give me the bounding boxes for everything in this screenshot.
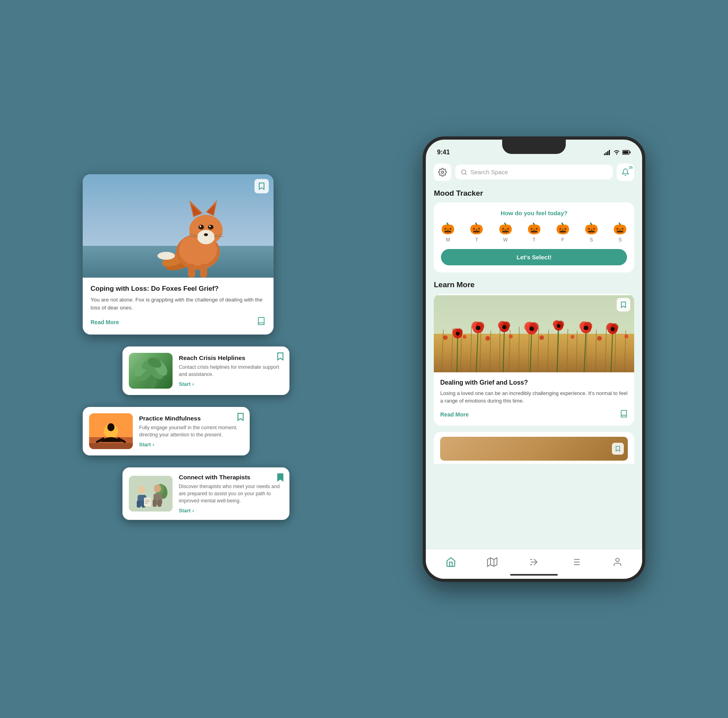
crisis-img xyxy=(129,353,173,389)
svg-point-45 xyxy=(154,485,161,492)
svg-point-118 xyxy=(611,327,615,331)
svg-point-88 xyxy=(456,332,460,336)
poppy-field-art xyxy=(434,294,634,374)
svg-marker-127 xyxy=(488,558,497,566)
fox-card-book-icon xyxy=(257,317,266,327)
svg-point-120 xyxy=(463,335,467,339)
day-label-sat: S xyxy=(590,237,593,243)
grief-article-card: Dealing with Grief and Loss? Losing a lo… xyxy=(434,294,634,426)
mindfulness-card-bookmark[interactable] xyxy=(237,413,244,423)
svg-rect-58 xyxy=(630,151,631,153)
svg-rect-47 xyxy=(153,500,157,507)
therapist-card-start[interactable]: Start › xyxy=(179,508,283,514)
mindfulness-card-title: Practice Mindfulness xyxy=(139,415,243,422)
search-input[interactable]: Search Space xyxy=(455,165,613,179)
svg-point-103 xyxy=(530,326,534,331)
svg-rect-59 xyxy=(623,151,629,154)
mood-day-mon: 🎃 M xyxy=(441,222,455,243)
lets-select-button[interactable]: Let's Select! xyxy=(441,249,627,265)
crisis-card: Reach Crisis Helplines Contact crisis he… xyxy=(122,346,289,395)
partial-card-bookmark[interactable] xyxy=(612,443,624,455)
nav-magic[interactable] xyxy=(522,554,546,570)
partial-card xyxy=(434,432,634,464)
grief-card-image xyxy=(434,294,634,374)
crisis-card-desc: Contact crisis helplines for immediate s… xyxy=(179,364,283,378)
svg-rect-56 xyxy=(609,150,610,155)
day-label-sun: S xyxy=(619,237,622,243)
svg-rect-37 xyxy=(89,443,133,449)
profile-icon xyxy=(612,557,623,567)
pumpkin-thu: 🎃 xyxy=(527,222,541,235)
day-label-fri: F xyxy=(561,237,564,243)
settings-button[interactable] xyxy=(434,163,451,181)
grief-card-content: Dealing with Grief and Loss? Losing a lo… xyxy=(434,374,634,426)
pumpkin-wed: 🎃 xyxy=(499,222,513,235)
nav-home[interactable] xyxy=(439,554,462,570)
mood-days: 🎃 M 🎃 T 🎃 W 🎃 T xyxy=(441,222,627,243)
mood-day-wed: 🎃 W xyxy=(499,222,513,243)
grief-card-book-icon xyxy=(620,410,628,419)
mood-tracker-card: How do you feel today? 🎃 M 🎃 T 🎃 W xyxy=(434,202,634,272)
fox-card-image xyxy=(83,174,274,278)
svg-point-15 xyxy=(198,225,204,230)
pumpkin-mon: 🎃 xyxy=(441,222,455,235)
pumpkin-fri: 🎃 xyxy=(556,222,570,235)
signal-icon xyxy=(604,150,611,155)
mindfulness-card-desc: Fully engage yourself in the current mom… xyxy=(139,424,243,438)
therapist-card-text: Connect with Therapists Discover therapi… xyxy=(179,474,283,514)
svg-point-61 xyxy=(462,170,466,174)
grief-card-read-more[interactable]: Read More xyxy=(440,411,469,418)
svg-point-108 xyxy=(557,324,561,328)
mindfulness-img xyxy=(89,413,133,449)
svg-rect-48 xyxy=(157,500,161,507)
svg-point-113 xyxy=(584,325,588,330)
fox-card-content: Coping with Loss: Do Foxes Feel Grief? Y… xyxy=(83,278,274,335)
crisis-card-start[interactable]: Start › xyxy=(179,381,283,387)
pumpkin-tue: 🎃 xyxy=(470,222,483,235)
svg-point-123 xyxy=(540,335,544,340)
svg-rect-49 xyxy=(144,498,151,506)
svg-point-121 xyxy=(485,336,490,341)
svg-rect-7 xyxy=(188,264,195,278)
learn-more-title: Learn More xyxy=(434,280,634,289)
svg-point-60 xyxy=(442,171,444,173)
bell-icon xyxy=(621,168,629,176)
svg-point-14 xyxy=(197,230,215,244)
nav-map[interactable] xyxy=(481,554,504,570)
fox-card-footer: Read More xyxy=(91,317,266,327)
nav-profile[interactable] xyxy=(606,554,629,570)
therapist-img xyxy=(129,476,173,512)
wifi-icon xyxy=(613,150,620,155)
mindfulness-card-image xyxy=(89,413,133,449)
grief-card-description: Losing a loved one can be an incredibly … xyxy=(440,389,628,405)
crisis-card-bookmark[interactable] xyxy=(277,352,284,363)
status-icons xyxy=(604,150,631,155)
nav-list[interactable] xyxy=(564,554,587,570)
list-icon xyxy=(571,557,581,567)
search-area: Search Space 25 xyxy=(434,160,634,186)
bottom-nav xyxy=(426,549,642,579)
map-icon xyxy=(487,557,497,567)
battery-icon xyxy=(622,150,631,155)
mindfulness-card-text: Practice Mindfulness Fully engage yourse… xyxy=(139,415,243,448)
grief-card-footer: Read More xyxy=(440,410,628,419)
therapist-card-image xyxy=(129,476,173,512)
mood-day-thu: 🎃 T xyxy=(527,222,541,243)
svg-point-93 xyxy=(476,325,481,330)
svg-rect-63 xyxy=(434,334,634,372)
svg-point-4 xyxy=(157,252,175,260)
grief-card-bookmark-button[interactable] xyxy=(617,298,630,311)
mood-day-sun: 🎃 S xyxy=(613,222,627,243)
mood-day-fri: 🎃 F xyxy=(556,222,570,243)
mindfulness-card-start[interactable]: Start › xyxy=(139,442,243,448)
fox-card-read-more[interactable]: Read More xyxy=(91,319,119,325)
therapist-card-bookmark[interactable] xyxy=(277,473,284,484)
notification-button[interactable]: 25 xyxy=(617,163,634,181)
svg-rect-55 xyxy=(607,151,608,155)
day-label-mon: M xyxy=(446,237,450,243)
fox-card-bookmark-button[interactable] xyxy=(254,179,269,193)
magic-icon xyxy=(529,557,539,567)
day-label-wed: W xyxy=(503,237,507,243)
svg-point-16 xyxy=(208,225,214,230)
svg-point-122 xyxy=(509,334,513,338)
